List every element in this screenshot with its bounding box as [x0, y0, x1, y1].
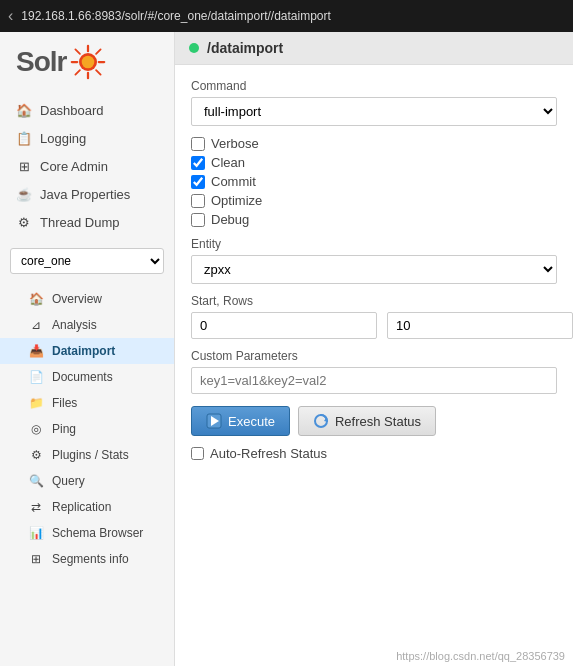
sidebar-item-overview[interactable]: 🏠 Overview [0, 286, 174, 312]
analysis-icon: ⊿ [28, 317, 44, 333]
dashboard-icon: 🏠 [16, 102, 32, 118]
url-bar[interactable]: 192.168.1.66:8983/solr/#/core_one/dataim… [21, 9, 331, 23]
refresh-icon [313, 413, 329, 429]
sidebar-item-documents-label: Documents [52, 370, 113, 384]
page-header: /dataimport [175, 32, 573, 65]
logging-icon: 📋 [16, 130, 32, 146]
checkbox-group: Verbose Clean Commit Optimize Debug [191, 136, 557, 227]
checkbox-verbose: Verbose [191, 136, 557, 151]
clean-label: Clean [211, 155, 245, 170]
sidebar-item-query-label: Query [52, 474, 85, 488]
sidebar-item-segments-info[interactable]: ⊞ Segments info [0, 546, 174, 572]
start-rows-label: Start, Rows [191, 294, 557, 308]
sidebar-item-logging[interactable]: 📋 Logging [0, 124, 174, 152]
replication-icon: ⇄ [28, 499, 44, 515]
sidebar-item-dashboard[interactable]: 🏠 Dashboard [0, 96, 174, 124]
sidebar-item-ping[interactable]: ◎ Ping [0, 416, 174, 442]
topbar: ‹ 192.168.1.66:8983/solr/#/core_one/data… [0, 0, 573, 32]
sidebar-item-schema-browser[interactable]: 📊 Schema Browser [0, 520, 174, 546]
core-nav: 🏠 Overview ⊿ Analysis 📥 Dataimport 📄 Doc… [0, 282, 174, 576]
custom-params-input[interactable] [191, 367, 557, 394]
sidebar-item-logging-label: Logging [40, 131, 86, 146]
logo-area: Solr [0, 32, 174, 92]
documents-icon: 📄 [28, 369, 44, 385]
svg-line-7 [97, 70, 102, 75]
optimize-checkbox[interactable] [191, 194, 205, 208]
entity-label: Entity [191, 237, 557, 251]
command-select[interactable]: full-import delta-import status reload-c… [191, 97, 557, 126]
auto-refresh-label: Auto-Refresh Status [210, 446, 327, 461]
sidebar-item-overview-label: Overview [52, 292, 102, 306]
svg-line-8 [97, 49, 102, 54]
status-dot [189, 43, 199, 53]
sidebar-item-analysis[interactable]: ⊿ Analysis [0, 312, 174, 338]
schema-browser-icon: 📊 [28, 525, 44, 541]
start-input[interactable] [191, 312, 377, 339]
sidebar-item-ping-label: Ping [52, 422, 76, 436]
core-selector-wrap: core_one [0, 240, 174, 282]
sidebar-item-schema-browser-label: Schema Browser [52, 526, 143, 540]
core-admin-icon: ⊞ [16, 158, 32, 174]
checkbox-commit: Commit [191, 174, 557, 189]
svg-point-1 [82, 56, 95, 69]
checkbox-clean: Clean [191, 155, 557, 170]
clean-checkbox[interactable] [191, 156, 205, 170]
auto-refresh-row: Auto-Refresh Status [191, 446, 557, 461]
sidebar-item-plugins-stats[interactable]: ⚙ Plugins / Stats [0, 442, 174, 468]
commit-checkbox[interactable] [191, 175, 205, 189]
main-nav: 🏠 Dashboard 📋 Logging ⊞ Core Admin ☕ Jav… [0, 92, 174, 240]
sidebar-item-dataimport[interactable]: 📥 Dataimport [0, 338, 174, 364]
sidebar-item-documents[interactable]: 📄 Documents [0, 364, 174, 390]
start-rows-inputs [191, 312, 557, 339]
sidebar-item-core-admin-label: Core Admin [40, 159, 108, 174]
debug-checkbox[interactable] [191, 213, 205, 227]
sidebar-item-analysis-label: Analysis [52, 318, 97, 332]
back-button[interactable]: ‹ [8, 7, 13, 25]
entity-select[interactable]: zpxx [191, 255, 557, 284]
sidebar-item-thread-dump-label: Thread Dump [40, 215, 119, 230]
plugins-stats-icon: ⚙ [28, 447, 44, 463]
checkbox-debug: Debug [191, 212, 557, 227]
content-area: /dataimport Command full-import delta-im… [175, 32, 573, 666]
sidebar-item-replication[interactable]: ⇄ Replication [0, 494, 174, 520]
debug-label: Debug [211, 212, 249, 227]
java-properties-icon: ☕ [16, 186, 32, 202]
overview-icon: 🏠 [28, 291, 44, 307]
button-row: Execute Refresh Status [191, 406, 557, 436]
dataimport-icon: 📥 [28, 343, 44, 359]
sidebar-item-files-label: Files [52, 396, 77, 410]
form-area: Command full-import delta-import status … [175, 65, 573, 475]
ping-icon: ◎ [28, 421, 44, 437]
verbose-label: Verbose [211, 136, 259, 151]
sidebar-item-dataimport-label: Dataimport [52, 344, 115, 358]
page-title: /dataimport [207, 40, 283, 56]
sidebar-item-java-properties-label: Java Properties [40, 187, 130, 202]
execute-icon [206, 413, 222, 429]
svg-line-9 [76, 70, 81, 75]
sidebar-item-dashboard-label: Dashboard [40, 103, 104, 118]
rows-input[interactable] [387, 312, 573, 339]
commit-label: Commit [211, 174, 256, 189]
main-layout: Solr 🏠 [0, 32, 573, 666]
solr-text: Solr [16, 46, 66, 78]
sidebar: Solr 🏠 [0, 32, 175, 666]
solr-sun-icon [70, 44, 106, 80]
optimize-label: Optimize [211, 193, 262, 208]
auto-refresh-checkbox[interactable] [191, 447, 204, 460]
sidebar-item-files[interactable]: 📁 Files [0, 390, 174, 416]
segments-info-icon: ⊞ [28, 551, 44, 567]
execute-button[interactable]: Execute [191, 406, 290, 436]
checkbox-optimize: Optimize [191, 193, 557, 208]
core-selector[interactable]: core_one [10, 248, 164, 274]
command-label: Command [191, 79, 557, 93]
solr-logo: Solr [16, 44, 106, 80]
sidebar-item-thread-dump[interactable]: ⚙ Thread Dump [0, 208, 174, 236]
refresh-status-button[interactable]: Refresh Status [298, 406, 436, 436]
sidebar-item-java-properties[interactable]: ☕ Java Properties [0, 180, 174, 208]
sidebar-item-core-admin[interactable]: ⊞ Core Admin [0, 152, 174, 180]
verbose-checkbox[interactable] [191, 137, 205, 151]
svg-line-6 [76, 49, 81, 54]
sidebar-item-query[interactable]: 🔍 Query [0, 468, 174, 494]
sidebar-item-segments-info-label: Segments info [52, 552, 129, 566]
sidebar-item-plugins-stats-label: Plugins / Stats [52, 448, 129, 462]
